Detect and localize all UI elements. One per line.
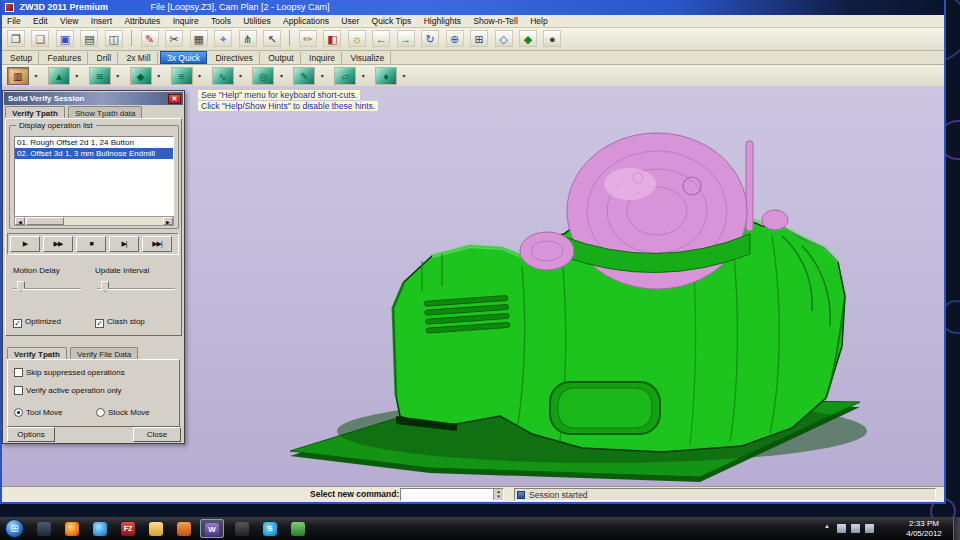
menu-insert[interactable]: Insert (86, 15, 117, 28)
view-forward-icon[interactable]: → (397, 30, 415, 47)
menu-tools[interactable]: Tools (206, 15, 236, 28)
iso-view-icon[interactable]: ◇ (495, 30, 513, 47)
chevron-down-icon[interactable]: ▾ (34, 67, 42, 85)
target-icon[interactable]: ⌖ (214, 30, 232, 47)
verify-active-only-checkbox[interactable]: Verify active operation only (14, 386, 122, 395)
checkbox-empty-icon[interactable] (14, 386, 23, 395)
menu-utilities[interactable]: Utilities (238, 15, 275, 28)
menu-highlights[interactable]: Highlights (419, 15, 466, 28)
fast-forward-button[interactable]: ▶▶ (43, 236, 73, 252)
operation-item-selected[interactable]: 02. Offset 3d 1, 3 mm Bullnose Endmill (15, 148, 173, 159)
render-mode-icon[interactable]: ◆ (519, 30, 537, 47)
scroll-right-icon[interactable]: ▶ (163, 217, 173, 225)
spin-down-icon[interactable]: ▾ (497, 493, 500, 499)
save-icon[interactable]: ▣ (56, 30, 74, 47)
spiral-icon[interactable]: ◎ (252, 67, 274, 85)
menu-inquire[interactable]: Inquire (168, 15, 204, 28)
view-back-icon[interactable]: ← (372, 30, 390, 47)
chevron-down-icon[interactable]: ▾ (157, 67, 165, 85)
flat-finish-icon[interactable]: ▱ (334, 67, 356, 85)
tab-visualize[interactable]: Visualize (344, 52, 391, 65)
operation-listbox[interactable]: 01. Rough Offset 2d 1, 24 Button 02. Off… (14, 136, 174, 216)
options-button[interactable]: Options (7, 427, 55, 442)
operation-item[interactable]: 01. Rough Offset 2d 1, 24 Button (15, 137, 173, 148)
taskbar-firefox-icon[interactable] (60, 519, 84, 538)
offset-3d-icon[interactable]: ◆ (130, 67, 152, 85)
taskbar-browser-globe-icon[interactable] (88, 519, 112, 538)
tray-app-icon[interactable] (837, 524, 846, 533)
chevron-down-icon[interactable]: ▾ (280, 67, 288, 85)
pencil-icon[interactable]: ✏ (299, 30, 317, 47)
chevron-down-icon[interactable]: ▾ (198, 67, 206, 85)
taskbar-filezilla-icon[interactable]: FZ (116, 519, 140, 538)
command-history-spinner[interactable]: ▴ ▾ (493, 489, 503, 500)
dialog-titlebar[interactable]: Solid Verify Session ✕ (4, 92, 183, 105)
filter-icon[interactable]: ⋔ (239, 30, 257, 47)
taskbar-app2-icon[interactable] (230, 519, 254, 538)
zoom-all-icon[interactable]: ⊕ (446, 30, 464, 47)
list-horizontal-scrollbar[interactable]: ◀ ▶ (14, 216, 174, 226)
solid-verify-icon[interactable]: ▥ (7, 67, 29, 85)
pick-arrow-icon[interactable]: ↖ (263, 30, 281, 47)
tray-expand-icon[interactable]: ▲ (824, 523, 830, 529)
optimized-checkbox[interactable]: ✓Optimized (13, 317, 61, 328)
menu-view[interactable]: View (55, 15, 83, 28)
chevron-down-icon[interactable]: ▾ (362, 67, 370, 85)
slider-thumb[interactable] (101, 281, 109, 292)
cam-plan-icon[interactable]: ▲ (48, 67, 70, 85)
pen-icon[interactable]: ✎ (141, 30, 159, 47)
drill-op-icon[interactable]: ♦ (375, 67, 397, 85)
trim-icon[interactable]: ✂ (165, 30, 183, 47)
lace-icon[interactable]: ≡ (171, 67, 193, 85)
taskbar-skype-icon[interactable]: S (258, 519, 282, 538)
menu-show-n-tell[interactable]: Show-n-Tell (468, 15, 522, 28)
close-button[interactable]: Close (133, 427, 181, 442)
checkbox-check-icon[interactable]: ✓ (13, 319, 22, 328)
start-button[interactable]: ⊞ (5, 519, 24, 538)
chevron-down-icon[interactable]: ▾ (403, 67, 411, 85)
pencil-cut-icon[interactable]: ✎ (293, 67, 315, 85)
command-input[interactable] (401, 489, 493, 500)
tab-directives[interactable]: Directives (209, 52, 259, 65)
tab-2x-mill[interactable]: 2x Mill (121, 52, 158, 65)
shade-mode-icon[interactable]: ◧ (323, 30, 341, 47)
checkbox-check-icon[interactable]: ✓ (95, 319, 104, 328)
print-icon[interactable]: ▤ (80, 30, 98, 47)
zoom-window-icon[interactable]: ⊞ (470, 30, 488, 47)
window-titlebar[interactable]: ZW3D 2011 Premium File [Loopsy.Z3], Cam … (2, 0, 944, 15)
close-icon[interactable]: ✕ (168, 94, 181, 104)
show-desktop-button[interactable] (953, 517, 960, 540)
tab-output[interactable]: Output (262, 52, 301, 65)
tab-inquire[interactable]: Inquire (303, 52, 342, 65)
menu-file[interactable]: File (2, 15, 26, 28)
slider-thumb[interactable] (17, 281, 25, 292)
stock-move-radio[interactable]: Stock Move (96, 408, 150, 417)
grid-icon[interactable]: ▦ (190, 30, 208, 47)
menu-attributes[interactable]: Attributes (119, 15, 165, 28)
motion-delay-slider[interactable] (13, 279, 81, 293)
light-icon[interactable]: ☼ (348, 30, 366, 47)
tool-move-radio[interactable]: Tool Move (14, 408, 62, 417)
menu-quick-tips[interactable]: Quick Tips (367, 15, 417, 28)
radio-icon[interactable] (96, 408, 105, 417)
open-file-icon[interactable]: ❑ (31, 30, 49, 47)
new-file-icon[interactable]: ❐ (7, 30, 25, 47)
network-icon[interactable] (851, 524, 860, 533)
tab-drill[interactable]: Drill (91, 52, 119, 65)
taskbar-clock[interactable]: 2:33 PM 4/05/2012 (900, 519, 948, 539)
run-to-end-button[interactable]: ▶▶| (142, 236, 172, 252)
menu-applications[interactable]: Applications (278, 15, 334, 28)
chevron-down-icon[interactable]: ▾ (321, 67, 329, 85)
radio-selected-icon[interactable] (14, 408, 23, 417)
checkbox-empty-icon[interactable] (14, 368, 23, 377)
taskbar-app-dark-icon[interactable] (32, 519, 56, 538)
chevron-down-icon[interactable]: ▾ (239, 67, 247, 85)
taskbar-explorer-icon[interactable] (144, 519, 168, 538)
rough-offset-icon[interactable]: ≋ (89, 67, 111, 85)
chevron-down-icon[interactable]: ▾ (75, 67, 83, 85)
scroll-left-icon[interactable]: ◀ (15, 217, 25, 225)
tab-setup[interactable]: Setup (4, 52, 39, 65)
step-button[interactable]: ▶| (109, 236, 139, 252)
scroll-thumb[interactable] (26, 217, 64, 225)
menu-user[interactable]: User (336, 15, 364, 28)
